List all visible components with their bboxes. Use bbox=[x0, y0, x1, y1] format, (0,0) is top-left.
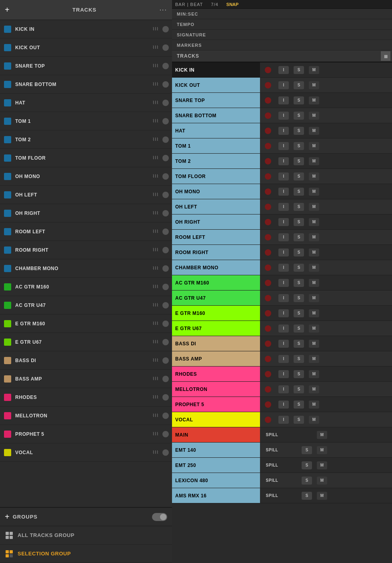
s-button[interactable]: S bbox=[302, 461, 312, 469]
track-item[interactable]: TOM 2 ⌇⌇⌇ bbox=[0, 130, 172, 149]
i-button[interactable]: I bbox=[278, 127, 289, 135]
record-cell[interactable] bbox=[260, 158, 276, 164]
s-button[interactable]: S bbox=[294, 172, 304, 180]
track-item[interactable]: PROPHET 5 ⌇⌇⌇ bbox=[0, 425, 172, 443]
table-row[interactable]: RHODES I S M bbox=[172, 367, 392, 382]
track-item[interactable]: SNARE TOP ⌇⌇⌇ bbox=[0, 57, 172, 75]
spill-cell[interactable]: SPILL bbox=[260, 463, 284, 467]
i-button[interactable]: I bbox=[278, 355, 289, 363]
i-button-cell[interactable]: I bbox=[276, 370, 291, 378]
m-button-cell[interactable]: M bbox=[306, 157, 322, 165]
i-button-cell[interactable]: I bbox=[276, 218, 291, 226]
i-button[interactable]: I bbox=[278, 416, 289, 424]
s-button[interactable]: S bbox=[294, 66, 304, 74]
track-item[interactable]: OH MONO ⌇⌇⌇ bbox=[0, 167, 172, 186]
record-cell[interactable] bbox=[260, 356, 276, 362]
add-group-button[interactable]: + bbox=[5, 512, 10, 521]
i-button[interactable]: I bbox=[278, 96, 289, 104]
m-button[interactable]: M bbox=[309, 385, 319, 393]
s-button-cell[interactable]: S bbox=[291, 127, 306, 135]
m-button-cell[interactable]: M bbox=[306, 218, 322, 226]
m-button[interactable]: M bbox=[317, 492, 327, 500]
s-button[interactable]: S bbox=[294, 294, 304, 302]
s-button[interactable]: S bbox=[294, 279, 304, 287]
track-item[interactable]: TOM 1 ⌇⌇⌇ bbox=[0, 112, 172, 130]
m-button[interactable]: M bbox=[309, 340, 319, 348]
record-cell[interactable] bbox=[260, 310, 276, 317]
i-button[interactable]: I bbox=[278, 309, 289, 317]
table-row[interactable]: ROOM LEFT I S M bbox=[172, 230, 392, 245]
m-button[interactable]: M bbox=[309, 355, 319, 363]
track-item[interactable]: RHODES ⌇⌇⌇ bbox=[0, 388, 172, 407]
m-button[interactable]: M bbox=[317, 446, 327, 454]
s-button[interactable]: S bbox=[302, 446, 312, 454]
s-button[interactable]: S bbox=[294, 264, 304, 272]
table-row[interactable]: CHAMBER MONO I S M bbox=[172, 260, 392, 275]
m-button-cell[interactable]: M bbox=[306, 294, 322, 302]
s-button-cell[interactable]: S bbox=[291, 96, 306, 104]
s-button[interactable]: S bbox=[294, 81, 304, 89]
m-button-cell[interactable]: M bbox=[314, 446, 330, 454]
track-record-button[interactable] bbox=[162, 63, 169, 69]
record-cell[interactable] bbox=[260, 341, 276, 347]
m-button-cell[interactable]: M bbox=[314, 477, 330, 485]
table-row[interactable]: ROOM RIGHT I S M bbox=[172, 245, 392, 260]
s-button-cell[interactable]: S bbox=[291, 233, 306, 241]
groups-toggle[interactable] bbox=[152, 513, 167, 521]
track-record-button[interactable] bbox=[162, 431, 169, 437]
track-record-button[interactable] bbox=[162, 81, 169, 88]
table-row[interactable]: SNARE BOTTOM I S M bbox=[172, 108, 392, 123]
i-button[interactable]: I bbox=[278, 248, 289, 256]
s-button-cell[interactable]: S bbox=[291, 264, 306, 272]
i-button-cell[interactable]: I bbox=[276, 294, 291, 302]
track-item[interactable]: MELLOTRON ⌇⌇⌇ bbox=[0, 407, 172, 425]
record-cell[interactable] bbox=[260, 188, 276, 195]
i-button-cell[interactable]: I bbox=[276, 401, 291, 409]
track-record-button[interactable] bbox=[162, 192, 169, 198]
track-record-button[interactable] bbox=[162, 357, 169, 364]
m-button[interactable]: M bbox=[309, 218, 319, 226]
i-button-cell[interactable]: I bbox=[276, 188, 291, 196]
s-button-cell[interactable]: S bbox=[291, 309, 306, 317]
m-button[interactable]: M bbox=[309, 309, 319, 317]
table-row[interactable]: SNARE TOP I S M bbox=[172, 93, 392, 108]
table-row[interactable]: KICK IN I S M bbox=[172, 62, 392, 78]
m-button[interactable]: M bbox=[309, 112, 319, 120]
i-button[interactable]: I bbox=[278, 264, 289, 272]
s-button[interactable]: S bbox=[294, 127, 304, 135]
i-button-cell[interactable]: I bbox=[276, 264, 291, 272]
record-cell[interactable] bbox=[260, 112, 276, 119]
table-row[interactable]: VOCAL I S M bbox=[172, 412, 392, 427]
track-record-button[interactable] bbox=[162, 155, 169, 161]
m-button-cell[interactable]: M bbox=[306, 127, 322, 135]
i-button-cell[interactable]: I bbox=[276, 355, 291, 363]
track-item[interactable]: KICK IN ⌇⌇⌇ bbox=[0, 20, 172, 38]
i-button[interactable]: I bbox=[278, 172, 289, 180]
m-button[interactable]: M bbox=[309, 172, 319, 180]
i-button[interactable]: I bbox=[278, 401, 289, 409]
track-record-button[interactable] bbox=[162, 413, 169, 419]
s-button[interactable]: S bbox=[294, 355, 304, 363]
s-button-cell[interactable]: S bbox=[291, 172, 306, 180]
i-button-cell[interactable]: I bbox=[276, 325, 291, 333]
track-item[interactable]: AC GTR U47 ⌇⌇⌇ bbox=[0, 296, 172, 315]
m-button[interactable]: M bbox=[309, 248, 319, 256]
table-row[interactable]: EMT 250 SPILL S M bbox=[172, 458, 392, 473]
m-button[interactable]: M bbox=[309, 370, 319, 378]
m-button[interactable]: M bbox=[309, 96, 319, 104]
s-button-cell[interactable]: S bbox=[291, 248, 306, 256]
s-button[interactable]: S bbox=[294, 401, 304, 409]
s-button[interactable]: S bbox=[294, 416, 304, 424]
s-button-cell[interactable]: S bbox=[291, 157, 306, 165]
table-row[interactable]: E GTR M160 I S M bbox=[172, 306, 392, 321]
i-button[interactable]: I bbox=[278, 112, 289, 120]
i-button-cell[interactable]: I bbox=[276, 142, 291, 150]
s-button-cell[interactable]: S bbox=[291, 112, 306, 120]
m-button-cell[interactable]: M bbox=[306, 172, 322, 180]
table-row[interactable]: E GTR U67 I S M bbox=[172, 321, 392, 336]
s-button-cell[interactable]: S bbox=[291, 188, 306, 196]
table-row[interactable]: TOM FLOOR I S M bbox=[172, 169, 392, 184]
i-button[interactable]: I bbox=[278, 218, 289, 226]
m-button[interactable]: M bbox=[309, 142, 319, 150]
record-cell[interactable] bbox=[260, 295, 276, 301]
